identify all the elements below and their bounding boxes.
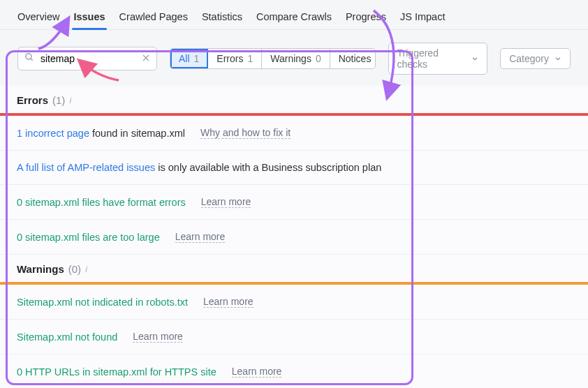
triggered-checks-dropdown[interactable]: Triggered checks xyxy=(388,43,488,75)
learn-more-link[interactable]: Learn more xyxy=(201,196,251,208)
warnings-header: Warnings (0) i xyxy=(0,255,588,282)
tab-overview[interactable]: Overview xyxy=(10,6,66,29)
search-icon xyxy=(24,52,34,65)
issue-row: Sitemap.xml not found Learn more xyxy=(0,320,588,355)
tab-js-impact[interactable]: JS Impact xyxy=(393,6,452,29)
category-label: Category xyxy=(509,53,549,64)
why-how-fix-link[interactable]: Why and how to fix it xyxy=(200,127,291,139)
tab-compare-crawls[interactable]: Compare Crawls xyxy=(249,6,339,29)
issue-row: 0 sitemap.xml files have format errors L… xyxy=(0,185,588,220)
issue-text: 0 sitemap.xml files have format errors xyxy=(17,197,186,208)
tab-issues[interactable]: Issues xyxy=(66,6,112,29)
info-icon[interactable]: i xyxy=(85,264,87,274)
learn-more-link[interactable]: Learn more xyxy=(203,296,253,308)
filter-errors[interactable]: Errors 1 xyxy=(208,49,262,68)
chevron-down-icon xyxy=(471,53,478,64)
search-input[interactable] xyxy=(17,47,157,70)
tab-crawled-pages[interactable]: Crawled Pages xyxy=(112,6,195,29)
filter-notices[interactable]: Notices 0 xyxy=(330,49,376,68)
issue-text: Sitemap.xml not found xyxy=(17,331,117,343)
issue-text: 1 incorrect page found in sitemap.xml xyxy=(17,128,185,139)
issue-text-part: found in sitemap.xml xyxy=(89,128,185,139)
learn-more-link[interactable]: Learn more xyxy=(175,231,226,243)
filter-warnings[interactable]: Warnings 0 xyxy=(262,49,330,68)
learn-more-link[interactable]: Learn more xyxy=(232,366,282,378)
category-dropdown[interactable]: Category xyxy=(500,48,571,69)
svg-line-1 xyxy=(31,59,33,61)
tab-progress[interactable]: Progress xyxy=(339,6,393,29)
issue-row: A full list of AMP-related issues is onl… xyxy=(0,151,588,185)
issue-row: Sitemap.xml not indicated in robots.txt … xyxy=(0,285,588,320)
issue-link[interactable]: 1 incorrect page xyxy=(17,128,89,139)
triggered-checks-label: Triggered checks xyxy=(397,47,466,70)
chevron-down-icon xyxy=(554,53,561,64)
issue-text-part: is only available with a Business subscr… xyxy=(155,162,381,173)
info-icon[interactable]: i xyxy=(69,95,71,105)
issue-row: 0 HTTP URLs in sitemap.xml for HTTPS sit… xyxy=(0,355,588,388)
filter-errors-label: Errors xyxy=(216,53,243,64)
tab-statistics[interactable]: Statistics xyxy=(195,6,249,29)
filter-group: All 1 Errors 1 Warnings 0 Notices 0 xyxy=(170,48,376,69)
errors-count: (1) xyxy=(52,94,65,106)
search-box xyxy=(17,47,157,70)
learn-more-link[interactable]: Learn more xyxy=(133,331,183,343)
svg-point-0 xyxy=(26,54,31,59)
toolbar: All 1 Errors 1 Warnings 0 Notices 0 Trig… xyxy=(0,30,588,83)
issue-row: 0 sitemap.xml files are too large Learn … xyxy=(0,220,588,255)
clear-icon[interactable] xyxy=(142,52,150,65)
main-tabs: Overview Issues Crawled Pages Statistics… xyxy=(0,0,588,30)
issue-text: A full list of AMP-related issues is onl… xyxy=(17,162,381,173)
issue-text: 0 HTTP URLs in sitemap.xml for HTTPS sit… xyxy=(17,366,216,378)
filter-errors-count: 1 xyxy=(247,53,253,64)
issue-text: 0 sitemap.xml files are too large xyxy=(17,232,160,243)
issues-content: Errors (1) i 1 incorrect page found in s… xyxy=(0,86,588,388)
warnings-count: (0) xyxy=(68,263,81,275)
filter-all-label: All xyxy=(179,53,190,64)
issue-row: 1 incorrect page found in sitemap.xml Wh… xyxy=(0,116,588,151)
issue-text: Sitemap.xml not indicated in robots.txt xyxy=(17,297,188,308)
issue-link[interactable]: A full list of AMP-related issues xyxy=(17,162,155,173)
warnings-title: Warnings xyxy=(17,263,64,275)
filter-warnings-count: 0 xyxy=(316,53,321,64)
errors-title: Errors xyxy=(17,94,48,106)
filter-all[interactable]: All 1 xyxy=(170,49,208,68)
errors-header: Errors (1) i xyxy=(0,86,588,113)
filter-notices-label: Notices xyxy=(339,53,372,64)
filter-all-count: 1 xyxy=(194,53,200,64)
filter-warnings-label: Warnings xyxy=(270,53,311,64)
